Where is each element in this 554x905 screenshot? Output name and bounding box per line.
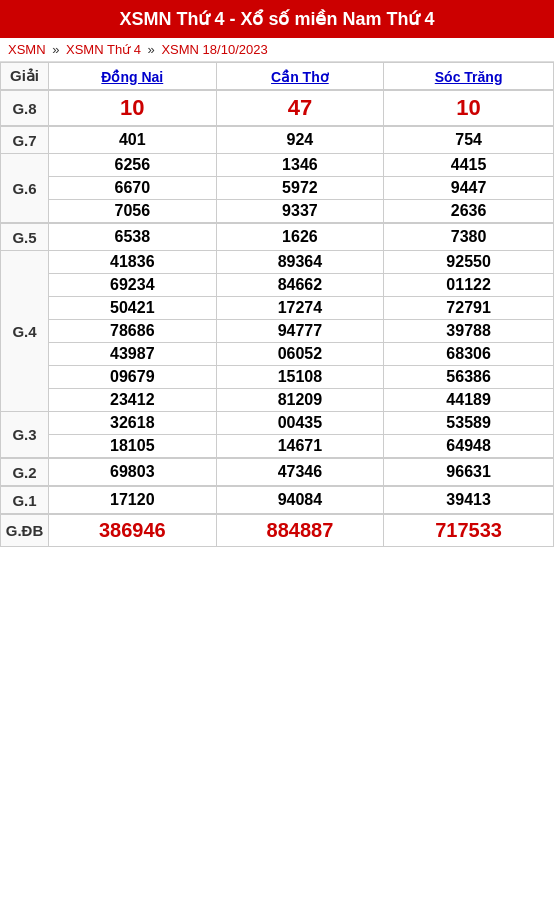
g6-r1-val1: 6256 xyxy=(49,154,217,177)
g4-r6-val2: 15108 xyxy=(216,366,384,389)
breadcrumb-xsmn[interactable]: XSMN xyxy=(8,42,46,57)
g7-val3: 754 xyxy=(384,126,554,154)
breadcrumb-xsmn-thu4[interactable]: XSMN Thứ 4 xyxy=(66,42,141,57)
province-link-dongnai[interactable]: Đồng Nai xyxy=(101,69,163,85)
label-g3: G.3 xyxy=(1,412,49,459)
label-g7: G.7 xyxy=(1,126,49,154)
g4-r5-val2: 06052 xyxy=(216,343,384,366)
g3-r2-val3: 64948 xyxy=(384,435,554,459)
g4-r1-val1: 41836 xyxy=(49,251,217,274)
result-table: Giải Đồng Nai Cần Thơ Sóc Trăng G.8 10 4… xyxy=(0,62,554,547)
g4-r1-val3: 92550 xyxy=(384,251,554,274)
g4-r2-val2: 84662 xyxy=(216,274,384,297)
row-g2: G.2 69803 47346 96631 xyxy=(1,458,554,486)
g2-val2: 47346 xyxy=(216,458,384,486)
g4-r4-val1: 78686 xyxy=(49,320,217,343)
g6-r3-val2: 9337 xyxy=(216,200,384,224)
row-g7: G.7 401 924 754 xyxy=(1,126,554,154)
row-g5: G.5 6538 1626 7380 xyxy=(1,223,554,251)
g6-r3-val3: 2636 xyxy=(384,200,554,224)
label-g2: G.2 xyxy=(1,458,49,486)
g3-r1-val2: 00435 xyxy=(216,412,384,435)
g3-r2-val1: 18105 xyxy=(49,435,217,459)
g4-r7-val3: 44189 xyxy=(384,389,554,412)
g6-r2-val1: 6670 xyxy=(49,177,217,200)
label-g6: G.6 xyxy=(1,154,49,224)
row-g6-2: 6670 5972 9447 xyxy=(1,177,554,200)
g6-r2-val2: 5972 xyxy=(216,177,384,200)
row-g6-3: 7056 9337 2636 xyxy=(1,200,554,224)
row-g4-1: G.4 41836 89364 92550 xyxy=(1,251,554,274)
g6-r3-val1: 7056 xyxy=(49,200,217,224)
g4-r4-val2: 94777 xyxy=(216,320,384,343)
g3-r1-val1: 32618 xyxy=(49,412,217,435)
province-link-cantho[interactable]: Cần Thơ xyxy=(271,69,329,85)
g2-val1: 69803 xyxy=(49,458,217,486)
g2-val3: 96631 xyxy=(384,458,554,486)
g4-r4-val3: 39788 xyxy=(384,320,554,343)
g7-val1: 401 xyxy=(49,126,217,154)
row-g1: G.1 17120 94084 39413 xyxy=(1,486,554,514)
breadcrumb: XSMN » XSMN Thứ 4 » XSMN 18/10/2023 xyxy=(0,38,554,62)
row-g4-4: 78686 94777 39788 xyxy=(1,320,554,343)
province-link-soctrang[interactable]: Sóc Trăng xyxy=(435,69,503,85)
label-gdb: G.ĐB xyxy=(1,514,49,547)
g4-r2-val1: 69234 xyxy=(49,274,217,297)
g4-r3-val1: 50421 xyxy=(49,297,217,320)
row-g3-2: 18105 14671 64948 xyxy=(1,435,554,459)
row-g8: G.8 10 47 10 xyxy=(1,90,554,126)
g4-r1-val2: 89364 xyxy=(216,251,384,274)
row-g4-6: 09679 15108 56386 xyxy=(1,366,554,389)
g1-val1: 17120 xyxy=(49,486,217,514)
g4-r7-val2: 81209 xyxy=(216,389,384,412)
g5-val2: 1626 xyxy=(216,223,384,251)
gdb-val1: 386946 xyxy=(49,514,217,547)
g3-r1-val3: 53589 xyxy=(384,412,554,435)
g8-val2: 47 xyxy=(216,90,384,126)
label-g8: G.8 xyxy=(1,90,49,126)
g4-r3-val2: 17274 xyxy=(216,297,384,320)
g8-val1: 10 xyxy=(49,90,217,126)
g4-r7-val1: 23412 xyxy=(49,389,217,412)
row-g4-2: 69234 84662 01122 xyxy=(1,274,554,297)
gdb-val2: 884887 xyxy=(216,514,384,547)
g5-val3: 7380 xyxy=(384,223,554,251)
g4-r5-val3: 68306 xyxy=(384,343,554,366)
g8-val3: 10 xyxy=(384,90,554,126)
g4-r2-val3: 01122 xyxy=(384,274,554,297)
row-g3-1: G.3 32618 00435 53589 xyxy=(1,412,554,435)
g3-r2-val2: 14671 xyxy=(216,435,384,459)
gdb-val3: 717533 xyxy=(384,514,554,547)
header-cantho: Cần Thơ xyxy=(216,63,384,91)
g4-r6-val3: 56386 xyxy=(384,366,554,389)
g5-val1: 6538 xyxy=(49,223,217,251)
row-g4-3: 50421 17274 72791 xyxy=(1,297,554,320)
g7-val2: 924 xyxy=(216,126,384,154)
g6-r1-val2: 1346 xyxy=(216,154,384,177)
header-soctrang: Sóc Trăng xyxy=(384,63,554,91)
g4-r3-val3: 72791 xyxy=(384,297,554,320)
g4-r5-val1: 43987 xyxy=(49,343,217,366)
label-g1: G.1 xyxy=(1,486,49,514)
row-gdb: G.ĐB 386946 884887 717533 xyxy=(1,514,554,547)
row-g4-7: 23412 81209 44189 xyxy=(1,389,554,412)
breadcrumb-date[interactable]: XSMN 18/10/2023 xyxy=(161,42,267,57)
g1-val2: 94084 xyxy=(216,486,384,514)
label-g5: G.5 xyxy=(1,223,49,251)
label-g4: G.4 xyxy=(1,251,49,412)
row-g4-5: 43987 06052 68306 xyxy=(1,343,554,366)
g6-r1-val3: 4415 xyxy=(384,154,554,177)
g6-r2-val3: 9447 xyxy=(384,177,554,200)
g4-r6-val1: 09679 xyxy=(49,366,217,389)
g1-val3: 39413 xyxy=(384,486,554,514)
header-dongnai: Đồng Nai xyxy=(49,63,217,91)
title-bar: XSMN Thứ 4 - Xổ số miền Nam Thứ 4 xyxy=(0,0,554,38)
row-g6-1: G.6 6256 1346 4415 xyxy=(1,154,554,177)
header-giai: Giải xyxy=(1,63,49,91)
